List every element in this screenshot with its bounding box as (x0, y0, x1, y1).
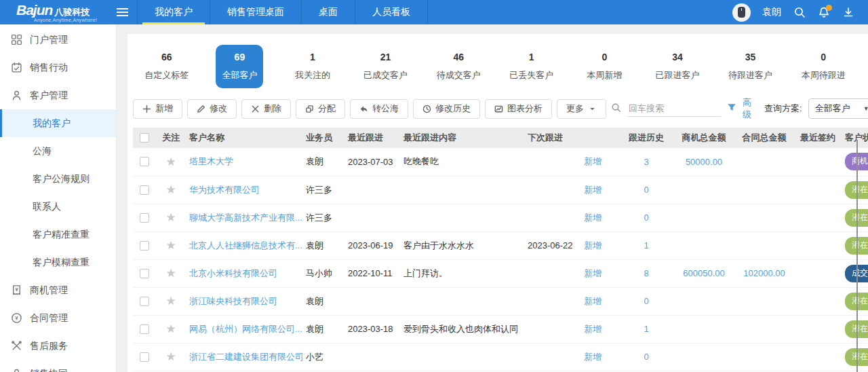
sidebar-item-contract-mgmt[interactable]: ¥合同管理 (0, 304, 116, 332)
assign-button[interactable]: 分配 (296, 99, 345, 119)
opportunity-amount-link[interactable]: 600050.00 (683, 268, 724, 278)
row-checkbox[interactable] (140, 324, 149, 334)
sidebar-item-portal[interactable]: 门户管理 (0, 26, 116, 54)
filter-funnel-icon[interactable] (727, 103, 736, 115)
favorite-star-icon[interactable]: ★ (165, 322, 176, 335)
tab-staff-board[interactable]: 人员看板 (355, 0, 428, 24)
row-checkbox[interactable] (140, 269, 149, 278)
search-filter-area: 高级 查询方案: 全部客户 ▼ + × (611, 96, 868, 121)
contract-amount-cell (734, 231, 794, 259)
stat-week-to-follow[interactable]: 0本周待跟进 (787, 41, 860, 92)
stat-deal-done[interactable]: 21已成交客户 (349, 41, 422, 92)
sidebar-item-sales-collab[interactable]: 销售协同 (0, 360, 116, 372)
customer-name-link[interactable]: 聊城大学高新技术产业有限... (189, 212, 302, 223)
stat-label: 待跟进客户 (728, 69, 772, 81)
query-scheme-select[interactable]: 全部客户 ▼ (808, 98, 868, 119)
row-checkbox[interactable] (140, 297, 149, 306)
customer-name-link[interactable]: 华为技术有限公司 (189, 185, 260, 195)
sidebar-item-public-sea[interactable]: 公海 (0, 137, 116, 165)
squares-icon (305, 105, 314, 113)
cross-icon (251, 105, 260, 113)
stat-deal-pending[interactable]: 46待成交客户 (422, 41, 495, 92)
next-follow-date-cell (524, 343, 580, 371)
sidebar-item-customer-mgmt[interactable]: 客户管理 (0, 81, 116, 109)
favorite-star-icon[interactable]: ★ (165, 155, 176, 168)
add-follow-link[interactable]: 新增 (584, 296, 601, 306)
to-public-sea-button[interactable]: 转公海 (350, 99, 408, 119)
stat-custom-tags[interactable]: 66自定义标签 (130, 41, 203, 92)
table-row: ★网易（杭州）网络有限公司...袁朗2023-03-18爱到骨头和收入也肉体和认… (133, 315, 868, 343)
row-checkbox[interactable] (140, 213, 149, 223)
add-follow-link[interactable]: 新增 (584, 240, 601, 250)
sidebar-item-sales-action[interactable]: 销售行动 (0, 54, 116, 81)
opportunity-amount-link[interactable]: 50000.00 (686, 157, 722, 167)
add-follow-link[interactable]: 新增 (584, 324, 601, 334)
favorite-star-icon[interactable]: ★ (165, 239, 176, 252)
stat-value: 0 (601, 52, 607, 62)
row-checkbox[interactable] (140, 157, 149, 166)
add-follow-link[interactable]: 新增 (584, 268, 601, 278)
sidebar-item-after-sales[interactable]: 售后服务 (0, 332, 116, 360)
sidebar-item-contacts[interactable]: 联系人 (0, 193, 116, 221)
stat-lost[interactable]: 1已丢失客户 (495, 41, 568, 92)
customer-name-link[interactable]: 塔里木大学 (189, 156, 233, 166)
sidebar-item-opportunity-mgmt[interactable]: ¥商机管理 (0, 276, 116, 304)
chart-analysis-button[interactable]: 图表分析 (485, 99, 552, 119)
favorite-star-icon[interactable]: ★ (165, 183, 176, 196)
delete-button[interactable]: 删除 (241, 99, 291, 119)
stat-my-followed[interactable]: 1我关注的 (276, 41, 349, 92)
customer-name-link[interactable]: 北京小米科技有限公司 (189, 268, 277, 278)
sidebar-item-fuzzy-dedupe[interactable]: 客户模糊查重 (0, 248, 116, 276)
stat-followed-up[interactable]: 34已跟进客户 (641, 41, 714, 92)
tab-sales-desktop[interactable]: 销售管理桌面 (210, 0, 301, 24)
follow-history-count-link[interactable]: 8 (644, 268, 648, 278)
edit-button[interactable]: 修改 (187, 99, 237, 119)
customer-name-link[interactable]: 北京人人社继狮信息技术有... (189, 240, 302, 250)
follow-history-count-link[interactable]: 0 (644, 296, 648, 306)
row-checkbox[interactable] (140, 352, 149, 362)
favorite-star-icon[interactable]: ★ (165, 267, 176, 280)
user-avatar[interactable] (732, 3, 751, 22)
sidebar-item-my-customers[interactable]: 我的客户 (0, 109, 116, 137)
tab-my-customers[interactable]: 我的客户 (137, 0, 210, 24)
follow-history-count-link[interactable]: 3 (644, 157, 648, 167)
notification-bell-icon[interactable] (817, 6, 830, 19)
contract-amount-link[interactable]: 102000.00 (743, 268, 785, 278)
sidebar-item-public-sea-rules[interactable]: 客户公海规则 (0, 165, 116, 193)
follow-history-count-link[interactable]: 1 (644, 240, 648, 250)
edit-history-button[interactable]: 修改历史 (413, 99, 480, 119)
tab-desktop[interactable]: 桌面 (301, 0, 355, 24)
hamburger-menu-icon[interactable] (107, 0, 137, 24)
follow-history-count-link[interactable]: 0 (644, 352, 648, 362)
add-follow-link[interactable]: 新增 (584, 156, 601, 166)
follow-history-count-link[interactable]: 0 (644, 212, 648, 223)
customer-name-link[interactable]: 浙江味央科技有限公司 (189, 296, 277, 306)
download-icon[interactable] (842, 6, 854, 19)
sidebar-item-exact-dedupe[interactable]: 客户精准查重 (0, 221, 116, 248)
stat-to-follow-up[interactable]: 35待跟进客户 (714, 41, 787, 92)
add-follow-link[interactable]: 新增 (584, 185, 601, 195)
favorite-star-icon[interactable]: ★ (165, 211, 176, 224)
stat-week-new[interactable]: 0本周新增 (568, 41, 642, 92)
favorite-star-icon[interactable]: ★ (165, 295, 176, 308)
advanced-filter-link[interactable]: 高级 (743, 96, 758, 121)
user-name[interactable]: 袁朗 (762, 6, 781, 18)
follow-history-count-link[interactable]: 1 (644, 324, 648, 334)
add-follow-link[interactable]: 新增 (584, 212, 601, 223)
favorite-star-icon[interactable]: ★ (165, 350, 176, 363)
add-follow-link[interactable]: 新增 (584, 352, 601, 362)
customer-name-link[interactable]: 浙江省二建建设集团有限公司 (189, 352, 302, 362)
next-follow-date-cell (524, 287, 580, 315)
follow-history-cell: 1 (619, 231, 673, 259)
stat-all-customers[interactable]: 69全部客户 (203, 41, 277, 92)
brand-name: Bajun (16, 3, 52, 17)
select-all-checkbox[interactable] (140, 133, 149, 143)
row-checkbox[interactable] (140, 185, 149, 195)
search-input[interactable] (627, 100, 721, 117)
add-button[interactable]: 新增 (133, 99, 182, 119)
more-button[interactable]: 更多 (557, 99, 606, 119)
customer-name-link[interactable]: 网易（杭州）网络有限公司... (189, 324, 302, 334)
follow-history-count-link[interactable]: 0 (644, 185, 648, 195)
search-icon[interactable] (793, 6, 806, 19)
row-checkbox[interactable] (140, 241, 149, 250)
